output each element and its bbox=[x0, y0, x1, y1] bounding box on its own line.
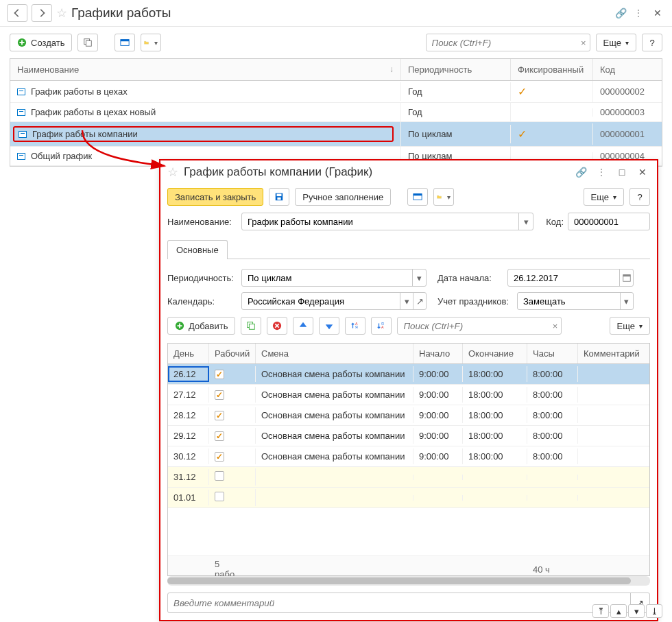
col-shift[interactable]: Смена bbox=[256, 344, 413, 363]
nav-forward-button[interactable] bbox=[32, 4, 52, 22]
table-row[interactable]: График работы компанииПо циклам✓00000000… bbox=[10, 122, 662, 147]
favorite-star-icon[interactable]: ☆ bbox=[56, 5, 67, 21]
col-fixed[interactable]: Фиксированный bbox=[511, 59, 593, 80]
col-start[interactable]: Начало bbox=[413, 344, 463, 363]
manual-fill-button[interactable]: Ручное заполнение bbox=[295, 188, 391, 206]
col-day[interactable]: День bbox=[168, 344, 209, 363]
document-icon bbox=[17, 109, 25, 116]
copy-row-button[interactable] bbox=[241, 317, 261, 335]
days-search-input[interactable] bbox=[397, 317, 562, 335]
sort-desc-button[interactable]: ЯА bbox=[371, 317, 392, 335]
table-row[interactable]: 31.12 bbox=[168, 467, 649, 488]
checkbox[interactable] bbox=[215, 471, 224, 481]
chevron-down-icon: ▾ bbox=[625, 39, 629, 47]
checkbox[interactable] bbox=[215, 411, 224, 420]
comment-input[interactable] bbox=[168, 595, 630, 611]
close-icon[interactable]: ✕ bbox=[650, 5, 665, 21]
table-row[interactable]: 30.12Основная смена работы компании9:00:… bbox=[168, 446, 649, 467]
dlg-folder-more-button[interactable]: ▾ bbox=[433, 188, 454, 206]
table-row[interactable]: 29.12Основная смена работы компании9:00:… bbox=[168, 426, 649, 446]
schedule-dialog: ☆ График работы компании (График) 🔗 ⋮ □ … bbox=[159, 159, 658, 621]
days-scrollbar[interactable] bbox=[167, 576, 650, 586]
col-code[interactable]: Код bbox=[593, 59, 662, 80]
calendar-icon[interactable] bbox=[619, 270, 633, 286]
dlg-schedule-button[interactable] bbox=[407, 188, 428, 206]
folder-more-button[interactable]: ▾ bbox=[141, 34, 161, 51]
dlg-more-button[interactable]: Еще ▾ bbox=[584, 188, 624, 206]
checkbox[interactable] bbox=[215, 370, 224, 379]
save-button[interactable] bbox=[269, 188, 289, 206]
dlg-help-button[interactable]: ? bbox=[629, 188, 650, 206]
calendar-field[interactable]: ▾ ↗ bbox=[241, 292, 427, 310]
days-search-clear-icon[interactable]: × bbox=[553, 321, 558, 331]
days-more-button[interactable]: Еще ▾ bbox=[610, 317, 650, 335]
dialog-maximize-icon[interactable]: □ bbox=[614, 165, 629, 180]
dialog-more-icon[interactable]: ⋮ bbox=[594, 165, 609, 180]
search-clear-icon[interactable]: × bbox=[581, 38, 586, 48]
move-up-button[interactable] bbox=[293, 317, 313, 335]
search-input[interactable] bbox=[426, 34, 590, 51]
footer-bottom-button[interactable]: ⤓ bbox=[646, 604, 662, 618]
table-row[interactable]: График работы в цехах новыйГод000000003 bbox=[10, 103, 662, 122]
save-close-button[interactable]: Записать и закрыть bbox=[167, 188, 263, 206]
name-input[interactable] bbox=[242, 213, 518, 230]
col-comment[interactable]: Комментарий bbox=[578, 344, 649, 363]
table-row[interactable]: 26.12Основная смена работы компании9:00:… bbox=[168, 364, 649, 385]
tab-main[interactable]: Основные bbox=[167, 240, 228, 259]
table-row[interactable]: 01.01 bbox=[168, 488, 649, 508]
sort-asc-button[interactable]: АЯ bbox=[345, 317, 365, 335]
move-down-button[interactable] bbox=[319, 317, 339, 335]
holidays-field[interactable]: ▾ bbox=[517, 292, 634, 310]
checkbox[interactable] bbox=[215, 390, 224, 400]
copy-icon bbox=[83, 38, 93, 47]
col-period[interactable]: Периодичность bbox=[401, 59, 511, 80]
schedule-button[interactable] bbox=[115, 34, 135, 51]
start-field[interactable] bbox=[507, 269, 634, 287]
arrow-right-icon bbox=[37, 8, 47, 18]
name-dropdown[interactable]: ▾ bbox=[518, 213, 533, 230]
delete-row-button[interactable] bbox=[267, 317, 287, 335]
footer-up-button[interactable]: ▴ bbox=[610, 604, 627, 618]
footer-down-button[interactable]: ▾ bbox=[628, 604, 645, 618]
schedules-grid: Наименование ↓ Периодичность Фиксированн… bbox=[10, 58, 662, 167]
dialog-title: График работы компании (График) bbox=[184, 165, 372, 179]
code-field[interactable] bbox=[568, 213, 650, 230]
table-row[interactable]: График работы в цехахГод✓000000002 bbox=[10, 81, 662, 103]
period-dropdown[interactable]: ▾ bbox=[412, 270, 426, 286]
check-icon: ✓ bbox=[518, 128, 527, 140]
col-working[interactable]: Рабочий bbox=[209, 344, 256, 363]
table-row[interactable]: 27.12Основная смена работы компании9:00:… bbox=[168, 385, 649, 405]
dialog-link-icon[interactable]: 🔗 bbox=[573, 165, 588, 180]
checkbox[interactable] bbox=[215, 431, 224, 441]
checkbox[interactable] bbox=[215, 452, 224, 462]
calendar-input[interactable] bbox=[242, 293, 400, 309]
help-button[interactable]: ? bbox=[642, 34, 662, 51]
holidays-dropdown[interactable]: ▾ bbox=[620, 293, 633, 309]
more-menu-icon[interactable]: ⋮ bbox=[631, 5, 646, 21]
create-button[interactable]: Создать bbox=[10, 34, 72, 51]
link-icon[interactable]: 🔗 bbox=[615, 8, 627, 19]
more-button[interactable]: Еще ▾ bbox=[596, 34, 636, 51]
dialog-close-icon[interactable]: ✕ bbox=[635, 165, 650, 180]
add-button[interactable]: Добавить bbox=[167, 317, 235, 335]
nav-back-button[interactable] bbox=[7, 4, 27, 22]
period-input[interactable] bbox=[242, 270, 412, 286]
chevron-down-icon: ▾ bbox=[154, 39, 158, 47]
col-name[interactable]: Наименование ↓ bbox=[10, 59, 401, 80]
name-field[interactable]: ▾ bbox=[241, 213, 533, 230]
col-end[interactable]: Окончание bbox=[463, 344, 527, 363]
table-row[interactable]: 28.12Основная смена работы компании9:00:… bbox=[168, 405, 649, 426]
chevron-down-icon: ▾ bbox=[613, 193, 616, 201]
period-field[interactable]: ▾ bbox=[241, 269, 427, 287]
dialog-favorite-icon[interactable]: ☆ bbox=[167, 165, 178, 180]
footer-top-button[interactable]: ⤒ bbox=[592, 604, 609, 618]
copy-button[interactable] bbox=[77, 34, 98, 51]
sort-asc-icon: АЯ bbox=[350, 321, 360, 331]
start-input[interactable] bbox=[508, 270, 619, 286]
code-input[interactable] bbox=[568, 213, 649, 230]
checkbox[interactable] bbox=[215, 492, 224, 501]
col-hours[interactable]: Часы bbox=[527, 344, 578, 363]
calendar-open[interactable]: ↗ bbox=[413, 293, 426, 309]
calendar-dropdown[interactable]: ▾ bbox=[400, 293, 413, 309]
holidays-input[interactable] bbox=[518, 293, 620, 309]
